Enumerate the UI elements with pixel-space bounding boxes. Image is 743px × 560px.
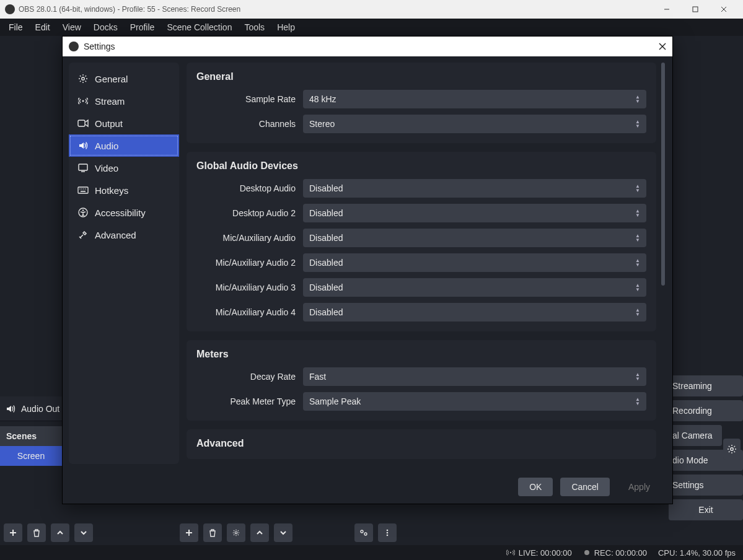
sources-move-down-button[interactable] — [274, 523, 292, 542]
app-icon — [5, 4, 15, 14]
sidebar-item-general[interactable]: General — [69, 68, 179, 90]
svg-point-27 — [83, 188, 84, 190]
svg-point-32 — [510, 552, 511, 553]
status-live: LIVE: 00:00:00 — [506, 548, 572, 558]
menu-scene-collection[interactable]: Scene Collection — [160, 20, 238, 35]
select-peak-meter-type[interactable]: Sample Peak▲▼ — [303, 392, 646, 411]
updown-icon: ▲▼ — [633, 115, 643, 133]
speaker-icon — [77, 140, 89, 151]
select-desktop-audio-2[interactable]: Disabled▲▼ — [303, 204, 646, 222]
status-rec: REC: 00:00:00 — [583, 548, 647, 558]
svg-point-33 — [584, 550, 589, 555]
updown-icon: ▲▼ — [633, 367, 643, 386]
select-decay-rate[interactable]: Fast▲▼ — [303, 367, 646, 386]
svg-point-20 — [82, 100, 84, 102]
sources-move-up-button[interactable] — [250, 523, 269, 542]
sidebar-item-label: General — [95, 74, 128, 84]
sources-add-button[interactable] — [180, 523, 198, 542]
sidebar-item-output[interactable]: Output — [69, 112, 179, 134]
cancel-button[interactable]: Cancel — [560, 478, 610, 496]
statusbar: LIVE: 00:00:00 REC: 00:00:00 CPU: 1.4%, … — [0, 545, 743, 560]
scenes-remove-button[interactable] — [27, 523, 46, 542]
minimize-button[interactable] — [653, 0, 681, 19]
menu-edit[interactable]: Edit — [29, 20, 56, 35]
audio-mixer-menu-button[interactable] — [378, 523, 397, 542]
sidebar-item-stream[interactable]: Stream — [69, 90, 179, 112]
menu-tools[interactable]: Tools — [238, 20, 271, 35]
menubar: File Edit View Docks Profile Scene Colle… — [0, 19, 743, 36]
row-label: Desktop Audio — [196, 183, 296, 193]
row-label: Mic/Auxiliary Audio 4 — [196, 307, 296, 317]
tools-icon — [77, 229, 89, 240]
scenes-move-up-button[interactable] — [51, 523, 69, 542]
status-cpu: CPU: 1.4%, 30.00 fps — [658, 548, 736, 558]
record-icon — [583, 549, 591, 556]
sidebar-item-advanced[interactable]: Advanced — [69, 224, 179, 246]
sidebar-item-video[interactable]: Video — [69, 157, 179, 179]
gear-icon — [77, 73, 89, 84]
sidebar-item-hotkeys[interactable]: Hotkeys — [69, 179, 179, 201]
updown-icon: ▲▼ — [633, 204, 643, 222]
scenes-add-button[interactable] — [4, 523, 22, 542]
sources-remove-button[interactable] — [203, 523, 222, 542]
menu-profile[interactable]: Profile — [124, 20, 161, 35]
menu-file[interactable]: File — [2, 20, 29, 35]
dialog-close-button[interactable] — [659, 43, 666, 50]
scrollbar-thumb[interactable] — [661, 63, 665, 286]
svg-point-16 — [387, 535, 389, 536]
exit-button[interactable]: Exit — [669, 499, 743, 520]
audio-output-item[interactable]: Audio Out — [0, 396, 62, 421]
keyboard-icon — [77, 185, 89, 196]
sources-properties-button[interactable] — [227, 523, 245, 542]
settings-dialog: Settings General Stream Output — [62, 36, 673, 504]
output-icon — [77, 118, 89, 129]
row-label: Mic/Auxiliary Audio — [196, 233, 296, 243]
select-mic-aux[interactable]: Disabled▲▼ — [303, 229, 646, 247]
svg-point-26 — [81, 188, 82, 190]
row-label-sample-rate: Sample Rate — [196, 94, 296, 104]
scene-item-screen[interactable]: Screen — [0, 446, 62, 466]
virtual-camera-settings-button[interactable] — [723, 439, 741, 460]
select-mic-aux-4[interactable]: Disabled▲▼ — [303, 303, 646, 322]
audio-output-label: Audio Out — [21, 404, 59, 414]
section-title: Meters — [196, 349, 646, 360]
select-mic-aux-3[interactable]: Disabled▲▼ — [303, 278, 646, 297]
row-label: Decay Rate — [196, 372, 296, 382]
svg-point-14 — [387, 530, 389, 532]
menu-help[interactable]: Help — [271, 20, 301, 35]
svg-rect-1 — [693, 7, 698, 12]
sidebar-item-audio[interactable]: Audio — [69, 134, 179, 157]
svg-rect-22 — [79, 164, 87, 170]
settings-button[interactable]: Settings — [669, 475, 743, 496]
row-label: Mic/Auxiliary Audio 3 — [196, 282, 296, 292]
close-button[interactable] — [710, 0, 738, 19]
audio-mixer-settings-button[interactable] — [354, 523, 373, 542]
section-global-audio-devices: Global Audio Devices Desktop AudioDisabl… — [187, 152, 656, 331]
maximize-button[interactable] — [681, 0, 710, 19]
menu-docks[interactable]: Docks — [87, 20, 124, 35]
virtual-camera-button[interactable]: al Camera — [669, 425, 722, 446]
scenes-move-down-button[interactable] — [74, 523, 93, 542]
select-channels[interactable]: Stereo▲▼ — [303, 115, 646, 133]
menu-view[interactable]: View — [56, 20, 87, 35]
select-mic-aux-2[interactable]: Disabled▲▼ — [303, 253, 646, 272]
section-title: General — [196, 71, 646, 82]
updown-icon: ▲▼ — [633, 229, 643, 247]
row-label: Mic/Auxiliary Audio 2 — [196, 258, 296, 268]
broadcast-icon — [77, 95, 89, 107]
svg-rect-24 — [78, 187, 88, 193]
select-sample-rate[interactable]: 48 kHz▲▼ — [303, 90, 646, 108]
start-recording-button[interactable]: Recording — [669, 400, 743, 421]
speaker-icon — [5, 403, 16, 414]
updown-icon: ▲▼ — [633, 90, 643, 108]
content-scrollbar[interactable] — [660, 63, 666, 464]
monitor-icon — [77, 162, 89, 173]
sidebar-item-accessibility[interactable]: Accessibility — [69, 201, 179, 224]
section-title: Global Audio Devices — [196, 160, 646, 172]
apply-button[interactable]: Apply — [617, 478, 661, 496]
start-streaming-button[interactable]: Streaming — [669, 375, 743, 396]
scenes-panel-header: Scenes — [0, 426, 62, 446]
select-desktop-audio[interactable]: Disabled▲▼ — [303, 179, 646, 198]
ok-button[interactable]: OK — [518, 478, 553, 496]
sidebar-item-label: Audio — [95, 141, 118, 151]
